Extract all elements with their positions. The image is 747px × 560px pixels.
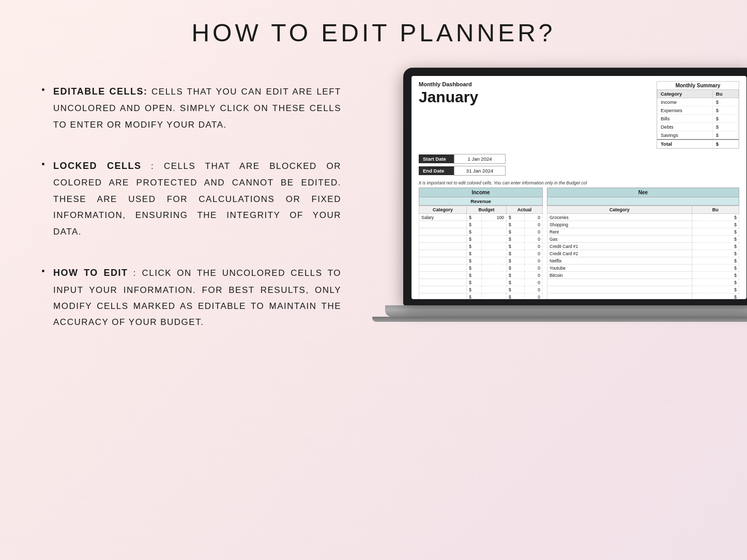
- income-budget-sym: $: [467, 228, 482, 236]
- ss-summary-row-label: Expenses: [658, 106, 713, 115]
- table-row: Groceries$: [547, 214, 739, 221]
- income-budget-val: [481, 293, 506, 300]
- instructions-panel: • Editable Cells: Cells that you can edi…: [41, 73, 341, 355]
- income-actual-sym: $: [506, 279, 524, 286]
- table-row: Salary$100$0: [419, 214, 543, 221]
- instruction-text-3: How to Edit : Click on the uncolored cel…: [53, 265, 341, 331]
- income-budget-val: [481, 228, 506, 236]
- instruction-text-2: Locked Cells : Cells that are blocked or…: [53, 158, 341, 240]
- income-budget-sym: $: [467, 214, 482, 221]
- income-category: [419, 250, 467, 257]
- income-budget-sym: $: [467, 286, 482, 293]
- table-row: $$0: [419, 243, 543, 250]
- spreadsheet: Monthly Dashboard January Monthly Summar…: [411, 76, 746, 299]
- table-row: Credit Card #2$: [547, 250, 739, 257]
- needs-category: Bitcoin: [547, 272, 692, 279]
- income-actual-val: 0: [524, 236, 542, 243]
- table-row: $: [547, 286, 739, 293]
- ss-summary-row: Expenses$: [658, 106, 739, 115]
- income-category: [419, 272, 467, 279]
- laptop-base: [385, 305, 747, 317]
- income-budget-sym: $: [467, 250, 482, 257]
- income-actual-sym: $: [506, 293, 524, 300]
- income-actual-val: 0: [524, 279, 542, 286]
- ss-start-date-value: 1 Jan 2024: [454, 154, 506, 164]
- ss-summary-row-label: Total: [658, 139, 713, 148]
- table-row: Gas$: [547, 236, 739, 243]
- table-row: $$0: [419, 293, 543, 300]
- needs-value: $: [692, 214, 739, 221]
- laptop-wrapper: Monthly Dashboard January Monthly Summar…: [372, 68, 747, 322]
- income-actual-sym: $: [506, 265, 524, 272]
- table-row: $$0: [419, 279, 543, 286]
- ss-summary-title: Monthly Summary: [657, 82, 739, 89]
- income-actual-val: 0: [524, 243, 542, 250]
- needs-category: Youtube: [547, 265, 692, 272]
- ss-summary-row-value: $: [712, 131, 738, 140]
- ss-summary-row-value: $: [712, 123, 738, 131]
- income-budget-val: [481, 272, 506, 279]
- laptop-base-bottom: [372, 317, 747, 322]
- income-budget-val: 100: [481, 214, 506, 221]
- income-actual-val: 0: [524, 221, 542, 228]
- laptop-screen-outer: Monthly Dashboard January Monthly Summar…: [403, 68, 747, 305]
- instruction-body-2b: Cells that are blocked or colored are pr…: [53, 161, 341, 237]
- income-budget-val: [481, 250, 506, 257]
- instruction-item-2: • Locked Cells : Cells that are blocked …: [41, 158, 341, 240]
- income-budget-sym: $: [467, 293, 482, 300]
- income-actual-val: 0: [524, 286, 542, 293]
- needs-value: $: [692, 236, 739, 243]
- income-budget-val: [481, 257, 506, 265]
- ss-income-col-budget: Budget: [467, 206, 507, 214]
- ss-notice: It is important not to edit colored cell…: [411, 179, 746, 188]
- table-row: Youtube$: [547, 265, 739, 272]
- income-budget-val: [481, 236, 506, 243]
- income-actual-val: 0: [524, 214, 542, 221]
- ss-needs-col-category: Category: [547, 206, 692, 214]
- ss-end-date-label: End Date: [419, 166, 454, 175]
- income-category: [419, 293, 467, 300]
- income-budget-val: [481, 221, 506, 228]
- needs-category: [547, 286, 692, 293]
- table-row: Shopping$: [547, 221, 739, 228]
- ss-summary-row: Bills$: [658, 115, 739, 123]
- needs-category: Gas: [547, 236, 692, 243]
- bullet-1: •: [41, 84, 45, 96]
- income-budget-sym: $: [467, 272, 482, 279]
- ss-header: Monthly Dashboard January Monthly Summar…: [411, 76, 746, 151]
- income-category: [419, 279, 467, 286]
- content-wrapper: • Editable Cells: Cells that you can edi…: [0, 52, 747, 355]
- ss-summary-row: Savings$: [658, 131, 739, 140]
- income-actual-sym: $: [506, 272, 524, 279]
- income-budget-sym: $: [467, 221, 482, 228]
- income-actual-val: 0: [524, 228, 542, 236]
- ss-end-date-row: End Date 31 Jan 2024: [419, 166, 739, 176]
- ss-month: January: [419, 88, 478, 105]
- income-category: [419, 265, 467, 272]
- income-category: Salary: [419, 214, 467, 221]
- income-actual-val: 0: [524, 265, 542, 272]
- needs-category: [547, 279, 692, 286]
- ss-summary-row-label: Income: [658, 98, 713, 106]
- ss-income-table-wrap: Income Revenue Category Budget Actual: [419, 188, 543, 299]
- instruction-text-1: Editable Cells: Cells that you can edit …: [53, 83, 341, 133]
- needs-value: $: [692, 272, 739, 279]
- income-budget-val: [481, 286, 506, 293]
- needs-value: $: [692, 221, 739, 228]
- needs-value: $: [692, 293, 739, 300]
- table-row: $$0: [419, 221, 543, 228]
- needs-category: Credit Card #1: [547, 243, 692, 250]
- ss-end-date-value: 31 Jan 2024: [454, 166, 506, 176]
- instruction-sep-2: :: [151, 161, 154, 171]
- income-actual-sym: $: [506, 257, 524, 265]
- income-actual-sym: $: [506, 228, 524, 236]
- income-budget-val: [481, 265, 506, 272]
- table-row: $$0: [419, 257, 543, 265]
- table-row: $$0: [419, 236, 543, 243]
- income-actual-val: 0: [524, 257, 542, 265]
- instruction-item-3: • How to Edit : Click on the uncolored c…: [41, 265, 341, 331]
- ss-summary-col-budget: Bu: [712, 90, 738, 98]
- income-budget-sym: $: [467, 265, 482, 272]
- ss-summary-row-value: $: [712, 139, 738, 148]
- ss-summary-row-value: $: [712, 98, 738, 106]
